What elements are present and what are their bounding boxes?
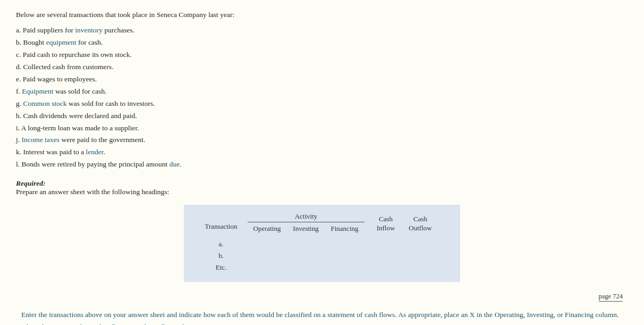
table-row: Etc.: [194, 262, 450, 273]
intro-text: Below are several transactions that took…: [16, 11, 628, 19]
list-item: h. Cash dividends were declared and paid…: [16, 110, 628, 122]
activity-subheaders: Operating Investing Financing: [248, 224, 365, 233]
table-row: a.: [194, 238, 450, 250]
required-section: Required: Prepare an answer sheet with t…: [16, 179, 628, 196]
row-cells-a: [248, 238, 365, 250]
cash-inflow-col-header: CashInflow: [365, 215, 402, 233]
cell-b-investing: [286, 250, 325, 262]
row-label-etc: Etc.: [194, 263, 248, 272]
list-item: i. A long-term loan was made to a suppli…: [16, 122, 628, 135]
activity-label: Activity: [248, 212, 365, 221]
table-header: Transaction Activity Operating Investing…: [194, 212, 450, 233]
list-item: d. Collected cash from customers.: [16, 61, 628, 73]
row-label-a: a.: [194, 240, 248, 248]
list-item: g. Common stock was sold for cash to inv…: [16, 98, 628, 110]
cell-a-operating: [248, 238, 286, 250]
transaction-col-header: Transaction: [194, 222, 248, 233]
footer-text: Enter the transactions above on your ans…: [16, 309, 628, 325]
list-item: a. Paid suppliers for inventory purchase…: [16, 24, 628, 37]
list-item: f. Equipment was sold for cash.: [16, 86, 628, 98]
list-item: e. Paid wages to employees.: [16, 73, 628, 86]
operating-col-header: Operating: [248, 224, 286, 233]
transactions-list: a. Paid suppliers for inventory purchase…: [16, 24, 628, 171]
cell-a-financing: [325, 238, 364, 250]
cell-etc-operating: [248, 262, 286, 273]
list-item: k. Interest was paid to a lender.: [16, 146, 628, 159]
page-number-area: page 724: [16, 293, 628, 302]
page-number: page 724: [599, 293, 623, 302]
list-item: l. Bonds were retired by paying the prin…: [16, 159, 628, 171]
activity-group: Activity Operating Investing Financing: [248, 212, 365, 233]
row-cells-b: [248, 250, 365, 262]
cell-a-investing: [286, 238, 325, 250]
cell-b-financing: [325, 250, 364, 262]
list-item: j. Income taxes were paid to the governm…: [16, 134, 628, 146]
cash-outflow-col-header: CashOutflow: [402, 215, 439, 233]
row-cells-etc: [248, 262, 365, 273]
required-label: Required:: [16, 179, 46, 187]
activity-divider: [248, 222, 365, 222]
table-row: b.: [194, 250, 450, 262]
financing-col-header: Financing: [325, 224, 364, 233]
prepare-text: Prepare an answer sheet with the followi…: [16, 188, 169, 196]
cell-etc-investing: [286, 262, 325, 273]
cell-etc-financing: [325, 262, 364, 273]
table-container: Transaction Activity Operating Investing…: [16, 205, 628, 282]
cell-b-operating: [248, 250, 286, 262]
investing-col-header: Investing: [286, 224, 325, 233]
table-rows: a. b. Etc.: [194, 238, 450, 273]
row-label-b: b.: [194, 252, 248, 260]
list-item: b. Bought equipment for cash.: [16, 37, 628, 49]
list-item: c. Paid cash to repurchase its own stock…: [16, 49, 628, 61]
answer-table: Transaction Activity Operating Investing…: [184, 205, 460, 282]
